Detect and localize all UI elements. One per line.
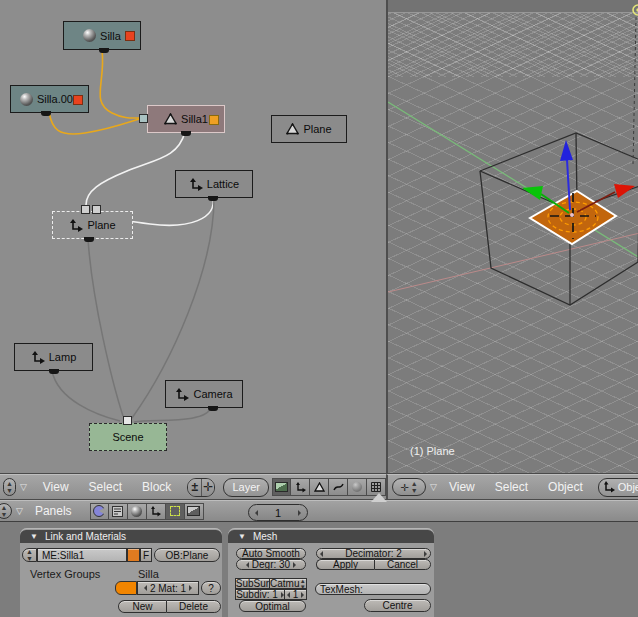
menu-panels[interactable]: Panels [35,504,72,518]
curve-filter-icon[interactable] [329,478,348,496]
object-context-icon[interactable] [147,503,166,520]
oops-node-camera[interactable]: Camera [165,380,243,408]
subsurf-type-dropdown[interactable]: Catmu ▲▼ [269,578,307,589]
material-index-field[interactable]: 2 Mat: 1 [137,581,199,595]
mode-label: Obje [618,481,638,493]
pan-view-icon[interactable]: ✛ [201,479,214,496]
new-button[interactable]: New [118,600,166,613]
oops-node-lamp[interactable]: Lamp [14,343,93,371]
frame-decrement-icon[interactable] [255,510,258,516]
panel-header[interactable]: ▼ Link and Materials [20,530,222,543]
increment-icon[interactable] [424,551,427,557]
node-label: Scene [112,431,143,443]
decrement-icon[interactable] [246,562,249,568]
menu-select[interactable]: Select [89,480,122,494]
area-splitter-widget[interactable] [371,493,387,502]
viewport-header: ✛▲▼ ▽ View Select Object Obje [386,474,638,500]
frame-value: 1 [275,507,281,519]
editing-context-icon[interactable] [166,503,185,520]
centre-button[interactable]: Centre [364,599,431,612]
logic-pacman-icon[interactable] [90,503,109,520]
script-icon[interactable] [109,503,128,520]
oops-editor[interactable]: Silla Silla.001 Silla1 Plane [0,0,386,474]
menu-view[interactable]: View [449,480,475,494]
oops-node-silla1[interactable]: Silla1 [147,105,225,133]
decrement-icon[interactable] [320,551,323,557]
orange-material-chip [209,115,219,125]
oops-node-scene[interactable]: Scene [89,423,167,451]
lamp-object[interactable] [633,5,638,165]
material-color-swatch[interactable] [115,581,137,595]
panel-link-and-materials: ▼ Link and Materials ▲▼ ME:Silla1 F OB:P… [20,528,222,617]
window-type-button[interactable]: ✛▲▼ [392,478,426,496]
render-subdiv-field[interactable]: 1 [284,589,307,600]
help-button[interactable]: ? [201,581,221,595]
header-collapse-icon[interactable]: ▽ [430,482,437,492]
cancel-button[interactable]: Cancel [374,559,431,570]
node-label: Silla1 [181,113,208,125]
shading-sphere-icon[interactable] [128,503,147,520]
zoom-border-icon[interactable]: ± [188,479,201,496]
menu-view[interactable]: View [43,480,69,494]
object-arrows-icon [175,388,189,401]
decrement-icon[interactable] [144,585,147,591]
oops-node-plane-mesh[interactable]: Plane [271,115,347,143]
mode-dropdown[interactable]: Obje [598,478,638,497]
material-sphere-icon [20,93,33,106]
increment-icon[interactable] [189,585,192,591]
oops-node-silla-001[interactable]: Silla.001 [10,85,89,113]
object-arrows-icon [31,351,45,364]
increment-icon[interactable] [293,562,296,568]
material-filter-icon[interactable] [348,478,367,496]
node-connector [41,111,51,116]
object-arrows-icon [69,219,83,232]
users-count-button[interactable] [127,548,140,562]
optimal-toggle[interactable]: Optimal [239,600,306,612]
oops-node-silla[interactable]: Silla [63,21,141,50]
oops-node-plane-object[interactable]: Plane [52,211,133,239]
frame-number-field[interactable]: 1 [248,504,308,521]
header-collapse-icon[interactable]: ▽ [16,506,23,516]
node-label: Lattice [207,178,239,190]
degr-number-field[interactable]: Degr: 30 [236,559,306,570]
viewport-3d[interactable]: (1) Plane [386,0,638,474]
texmesh-field[interactable]: TexMesh: [315,583,431,595]
increment-icon[interactable] [301,592,304,598]
panel-collapse-icon[interactable]: ▼ [238,532,246,541]
panel-header[interactable]: ▼ Mesh [228,530,434,543]
subsurf-toggle[interactable]: SubSur [235,578,269,589]
vertex-groups-label: Vertex Groups [30,568,100,580]
apply-button[interactable]: Apply [316,559,374,570]
node-connector [84,237,94,242]
node-label: Plane [87,219,115,231]
oops-visibility-icons [272,478,386,496]
scene-image-icon[interactable] [272,478,291,496]
decimator-slider[interactable]: Decimator: 2 [316,548,431,559]
oops-node-lattice[interactable]: Lattice [175,170,253,198]
object-name-field[interactable]: OB:Plane [154,548,220,562]
layer-toggle-button[interactable]: Layer [223,478,269,497]
mesh-browse-dropdown[interactable]: ▲▼ [22,548,37,562]
header-collapse-icon[interactable]: ▽ [20,482,27,492]
object-filter-icon[interactable] [291,478,310,496]
window-type-button[interactable]: ▲▼ [3,478,16,496]
buttons-context-icons [90,503,204,520]
mesh-filter-icon[interactable] [310,478,329,496]
mesh-name-field[interactable]: ME:Silla1 [37,548,127,562]
scene-context-icon[interactable] [185,503,204,520]
node-connector [99,48,109,53]
subdiv-field[interactable]: Subdiv: 1 [235,589,284,600]
panel-collapse-icon[interactable]: ▼ [30,532,38,541]
menu-select[interactable]: Select [495,480,528,494]
decrement-icon[interactable] [287,592,290,598]
menu-object[interactable]: Object [548,480,583,494]
node-connector [208,406,218,411]
frame-increment-icon[interactable] [298,510,301,516]
window-type-button[interactable]: ▲▼ [0,503,12,519]
auto-smooth-toggle[interactable]: Auto Smooth [236,548,306,559]
menu-block[interactable]: Block [142,480,171,494]
fake-user-button[interactable]: F [140,548,152,562]
material-input-socket [139,114,148,123]
node-label: Lamp [49,351,77,363]
delete-button[interactable]: Delete [166,600,221,613]
